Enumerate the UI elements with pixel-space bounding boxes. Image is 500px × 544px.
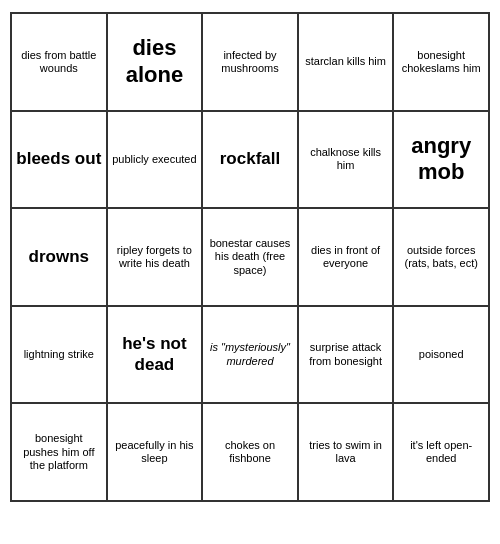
cell-r2-c2: bonestar causes his death (free space) (203, 209, 299, 307)
cell-r2-c1: ripley forgets to write his death (108, 209, 204, 307)
cell-r2-c3: dies in front of everyone (299, 209, 395, 307)
cell-r4-c3: tries to swim in lava (299, 404, 395, 502)
cell-r0-c4: bonesight chokeslams him (394, 14, 490, 112)
cell-r2-c4: outside forces (rats, bats, ect) (394, 209, 490, 307)
cell-r0-c3: starclan kills him (299, 14, 395, 112)
bingo-grid: dies from battle woundsdies aloneinfecte… (10, 12, 490, 502)
cell-r3-c0: lightning strike (12, 307, 108, 405)
cell-r0-c0: dies from battle wounds (12, 14, 108, 112)
cell-r1-c3: chalknose kills him (299, 112, 395, 210)
cell-r4-c1: peacefully in his sleep (108, 404, 204, 502)
cell-r4-c0: bonesight pushes him off the platform (12, 404, 108, 502)
cell-r1-c4: angry mob (394, 112, 490, 210)
cell-r3-c2: is "mysteriously" murdered (203, 307, 299, 405)
cell-r3-c1: he's not dead (108, 307, 204, 405)
cell-r4-c2: chokes on fishbone (203, 404, 299, 502)
cell-r2-c0: drowns (12, 209, 108, 307)
bingo-title (10, 0, 490, 12)
cell-r4-c4: it's left open-ended (394, 404, 490, 502)
cell-r1-c0: bleeds out (12, 112, 108, 210)
cell-r0-c1: dies alone (108, 14, 204, 112)
cell-r1-c1: publicly executed (108, 112, 204, 210)
cell-r0-c2: infected by mushrooms (203, 14, 299, 112)
cell-r3-c4: poisoned (394, 307, 490, 405)
cell-r1-c2: rockfall (203, 112, 299, 210)
cell-r3-c3: surprise attack from bonesight (299, 307, 395, 405)
